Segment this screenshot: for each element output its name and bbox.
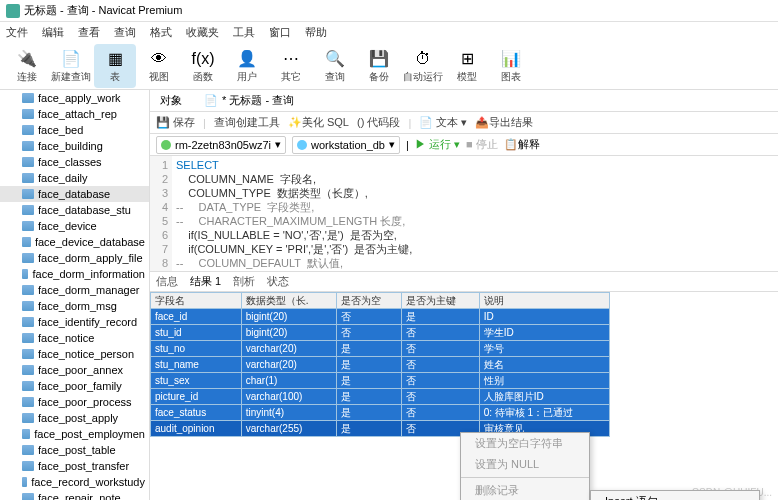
tab-status[interactable]: 状态 [267, 274, 289, 289]
tree-item-face_daily[interactable]: face_daily [0, 170, 149, 186]
save-button[interactable]: 💾 保存 [156, 115, 195, 130]
menu-fav[interactable]: 收藏夹 [186, 25, 219, 40]
tab-objects[interactable]: 对象 [154, 91, 188, 110]
cell[interactable]: ID [479, 309, 609, 325]
cell[interactable]: 是 [336, 405, 401, 421]
col-header[interactable]: 是否为空 [336, 293, 401, 309]
run-button[interactable]: ▶ 运行 ▾ [415, 137, 460, 152]
toolbar-自动运行[interactable]: ⏱自动运行 [402, 44, 444, 88]
tree-item-face_record_workstudy[interactable]: face_record_workstudy [0, 474, 149, 490]
cell[interactable]: tinyint(4) [241, 405, 336, 421]
cell[interactable]: 是 [401, 309, 479, 325]
tree-item-face_apply_work[interactable]: face_apply_work [0, 90, 149, 106]
toolbar-其它[interactable]: ⋯其它 [270, 44, 312, 88]
database-combo[interactable]: workstation_db ▾ [292, 136, 400, 154]
cell[interactable]: 是 [336, 341, 401, 357]
toolbar-图表[interactable]: 📊图表 [490, 44, 532, 88]
tree-item-face_poor_process[interactable]: face_poor_process [0, 394, 149, 410]
tree-item-face_database[interactable]: face_database [0, 186, 149, 202]
cell[interactable]: 是 [336, 357, 401, 373]
cell[interactable]: stu_name [151, 357, 242, 373]
result-table[interactable]: 字段名数据类型（长.是否为空是否为主键说明face_idbigint(20)否是… [150, 292, 610, 437]
cell[interactable]: 否 [401, 405, 479, 421]
tree-item-face_notice[interactable]: face_notice [0, 330, 149, 346]
cell[interactable]: face_status [151, 405, 242, 421]
toolbar-表[interactable]: ▦表 [94, 44, 136, 88]
cell[interactable]: 否 [401, 373, 479, 389]
col-header[interactable]: 是否为主键 [401, 293, 479, 309]
cell[interactable]: stu_id [151, 325, 242, 341]
tree-item-face_bed[interactable]: face_bed [0, 122, 149, 138]
toolbar-函数[interactable]: f(x)函数 [182, 44, 224, 88]
tree-item-face_identify_record[interactable]: face_identify_record [0, 314, 149, 330]
table-row[interactable]: face_idbigint(20)否是ID [151, 309, 610, 325]
toolbar-连接[interactable]: 🔌连接 [6, 44, 48, 88]
col-header[interactable]: 说明 [479, 293, 609, 309]
cell[interactable]: stu_no [151, 341, 242, 357]
mi-set-null[interactable]: 设置为 NULL [461, 454, 589, 475]
sql-editor[interactable]: 123456789 SELECT COLUMN_NAME 字段名, COLUMN… [150, 156, 778, 272]
tab-query[interactable]: 📄 * 无标题 - 查询 [198, 91, 300, 110]
toolbar-查询[interactable]: 🔍查询 [314, 44, 356, 88]
table-row[interactable]: face_statustinyint(4)是否0: 待审核 1：已通过 [151, 405, 610, 421]
cell[interactable]: face_id [151, 309, 242, 325]
cell[interactable]: bigint(20) [241, 309, 336, 325]
export-button[interactable]: 📤导出结果 [475, 115, 533, 130]
text-button[interactable]: 📄 文本 ▾ [419, 115, 467, 130]
cell[interactable]: 是 [336, 373, 401, 389]
table-row[interactable]: stu_idbigint(20)否否学生ID [151, 325, 610, 341]
cell[interactable]: 学生ID [479, 325, 609, 341]
cell[interactable]: 性别 [479, 373, 609, 389]
cell[interactable]: stu_sex [151, 373, 242, 389]
tree-item-face_dorm_msg[interactable]: face_dorm_msg [0, 298, 149, 314]
tree-item-face_device_database[interactable]: face_device_database [0, 234, 149, 250]
table-row[interactable]: picture_idvarchar(100)是否人脸库图片ID [151, 389, 610, 405]
beautify-button[interactable]: ✨美化 SQL [288, 115, 349, 130]
cell[interactable]: 0: 待审核 1：已通过 [479, 405, 609, 421]
tree-item-face_building[interactable]: face_building [0, 138, 149, 154]
tree-item-face_post_table[interactable]: face_post_table [0, 442, 149, 458]
cell[interactable]: varchar(20) [241, 341, 336, 357]
codeseg-button[interactable]: () 代码段 [357, 115, 400, 130]
cell[interactable]: 是 [336, 421, 401, 437]
menu-file[interactable]: 文件 [6, 25, 28, 40]
cell[interactable]: varchar(255) [241, 421, 336, 437]
tree-item-face_attach_rep[interactable]: face_attach_rep [0, 106, 149, 122]
table-row[interactable]: stu_namevarchar(20)是否姓名 [151, 357, 610, 373]
menu-tools[interactable]: 工具 [233, 25, 255, 40]
mi-delete-record[interactable]: 删除记录 [461, 480, 589, 500]
cell[interactable]: audit_opinion [151, 421, 242, 437]
cell[interactable]: picture_id [151, 389, 242, 405]
toolbar-备份[interactable]: 💾备份 [358, 44, 400, 88]
menu-help[interactable]: 帮助 [305, 25, 327, 40]
toolbar-模型[interactable]: ⊞模型 [446, 44, 488, 88]
cell[interactable]: 是 [336, 389, 401, 405]
menu-view[interactable]: 查看 [78, 25, 100, 40]
tree-item-face_dorm_apply_file[interactable]: face_dorm_apply_file [0, 250, 149, 266]
cell[interactable]: varchar(20) [241, 357, 336, 373]
tree-item-face_post_apply[interactable]: face_post_apply [0, 410, 149, 426]
cell[interactable]: 否 [336, 325, 401, 341]
table-row[interactable]: stu_sexchar(1)是否性别 [151, 373, 610, 389]
tree-item-face_dorm_manager[interactable]: face_dorm_manager [0, 282, 149, 298]
cell[interactable]: char(1) [241, 373, 336, 389]
tab-result[interactable]: 结果 1 [190, 274, 221, 289]
toolbar-新建查询[interactable]: 📄新建查询 [50, 44, 92, 88]
cell[interactable]: 否 [401, 389, 479, 405]
cell[interactable]: 否 [336, 309, 401, 325]
tree-item-face_poor_family[interactable]: face_poor_family [0, 378, 149, 394]
connection-combo[interactable]: rm-2zetn83n05wz7i ▾ [156, 136, 286, 154]
tree-item-face_poor_annex[interactable]: face_poor_annex [0, 362, 149, 378]
tab-info[interactable]: 信息 [156, 274, 178, 289]
cell[interactable]: bigint(20) [241, 325, 336, 341]
cell[interactable]: 否 [401, 357, 479, 373]
toolbar-用户[interactable]: 👤用户 [226, 44, 268, 88]
mi-insert-stmt[interactable]: Insert 语句 [591, 491, 759, 500]
tree-item-face_database_stu[interactable]: face_database_stu [0, 202, 149, 218]
stop-button[interactable]: ■ 停止 [466, 137, 498, 152]
menu-window[interactable]: 窗口 [269, 25, 291, 40]
builder-button[interactable]: 查询创建工具 [214, 115, 280, 130]
menu-query[interactable]: 查询 [114, 25, 136, 40]
col-header[interactable]: 字段名 [151, 293, 242, 309]
cell[interactable]: 姓名 [479, 357, 609, 373]
